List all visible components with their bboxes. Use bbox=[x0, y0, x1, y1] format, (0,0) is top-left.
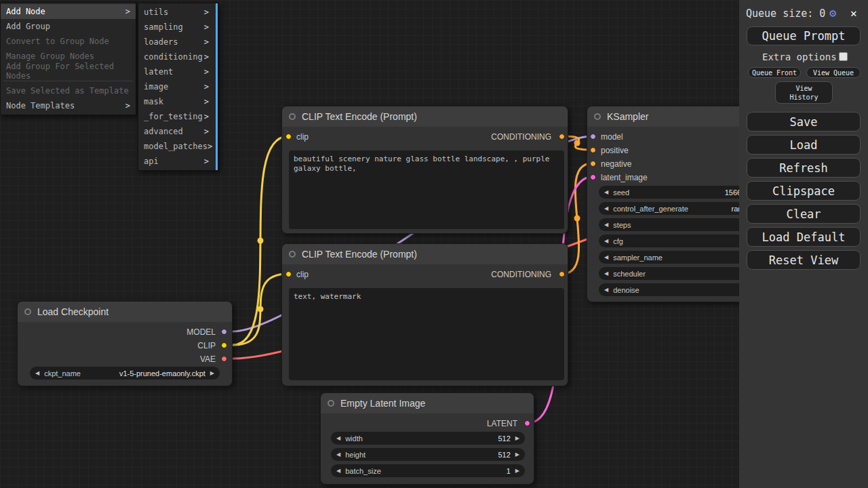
input-slot-negative[interactable] bbox=[590, 161, 596, 167]
output-slot-conditioning[interactable] bbox=[559, 134, 565, 140]
menu-item-add-group-for-selected-nodes[interactable]: Add Group For Selected Nodes bbox=[1, 64, 136, 79]
submenu-item-conditioning[interactable]: conditioning > bbox=[138, 49, 218, 64]
settings-gear-icon[interactable]: ⚙ bbox=[829, 6, 836, 20]
menu-item-label: Manage Group Nodes bbox=[6, 52, 94, 61]
decrement-icon[interactable]: ◀ bbox=[604, 287, 608, 293]
decrement-icon[interactable]: ◀ bbox=[336, 468, 340, 474]
menu-item-label: api bbox=[144, 157, 159, 166]
widget-label: cfg bbox=[613, 237, 623, 245]
output-slot-model[interactable] bbox=[221, 329, 227, 335]
menu-item-add-node[interactable]: Add Node > bbox=[1, 4, 136, 19]
increment-icon[interactable]: ▶ bbox=[210, 370, 214, 376]
output-slot-vae[interactable] bbox=[221, 356, 227, 362]
input-slot-clip[interactable] bbox=[285, 134, 292, 140]
decrement-icon[interactable]: ◀ bbox=[35, 370, 39, 376]
decrement-icon[interactable]: ◀ bbox=[336, 451, 340, 458]
submenu-arrow-icon: > bbox=[208, 142, 212, 151]
decrement-icon[interactable]: ◀ bbox=[604, 222, 608, 228]
submenu-arrow-icon: > bbox=[125, 7, 130, 16]
submenu-item-for-testing[interactable]: _for_testing > bbox=[138, 109, 218, 124]
increment-icon[interactable]: ▶ bbox=[515, 451, 519, 458]
view-queue-button[interactable]: View Queue bbox=[806, 67, 861, 78]
menu-item-label: Node Templates bbox=[6, 101, 75, 110]
submenu-item-advanced[interactable]: advanced > bbox=[138, 124, 218, 139]
node-title-bar[interactable]: CLIP Text Encode (Prompt) bbox=[282, 106, 568, 127]
submenu-scrollbar[interactable] bbox=[216, 3, 218, 170]
collapse-dot-icon[interactable] bbox=[328, 400, 334, 407]
submenu-arrow-icon: > bbox=[204, 52, 209, 62]
node-title-bar[interactable]: Empty Latent Image bbox=[321, 393, 534, 413]
submenu-item-loaders[interactable]: loaders > bbox=[138, 35, 218, 49]
submenu-item-mask[interactable]: mask > bbox=[138, 94, 218, 109]
view-history-button[interactable]: View History bbox=[775, 81, 833, 104]
close-icon[interactable]: ✕ bbox=[850, 7, 857, 20]
decrement-icon[interactable]: ◀ bbox=[604, 189, 608, 195]
submenu-item-api[interactable]: api > bbox=[138, 154, 218, 169]
widget-label: batch_size bbox=[345, 467, 381, 475]
widget-label: sampler_name bbox=[613, 253, 663, 262]
decrement-icon[interactable]: ◀ bbox=[604, 238, 608, 244]
input-label-latent-image: latent_image bbox=[601, 173, 648, 182]
node-clip-text-encode-positive[interactable]: CLIP Text Encode (Prompt) clip CONDITION… bbox=[281, 106, 568, 234]
menu-item-save-selected-as-template[interactable]: Save Selected as Template bbox=[1, 83, 136, 98]
increment-icon[interactable]: ▶ bbox=[515, 435, 519, 441]
clear-button[interactable]: Clear bbox=[747, 204, 861, 224]
submenu-item-model-patches[interactable]: model_patches > bbox=[138, 139, 218, 154]
menu-separator bbox=[3, 81, 133, 81]
widget-width[interactable]: ◀ width 512 ▶ bbox=[331, 432, 525, 445]
node-title-bar[interactable]: Load Checkpoint bbox=[18, 302, 232, 322]
decrement-icon[interactable]: ◀ bbox=[336, 435, 340, 441]
collapse-dot-icon[interactable] bbox=[289, 113, 296, 120]
decrement-icon[interactable]: ◀ bbox=[604, 254, 608, 260]
submenu-item-utils[interactable]: utils > bbox=[138, 5, 218, 20]
node-title-bar[interactable]: CLIP Text Encode (Prompt) bbox=[282, 244, 568, 264]
widget-batch-size[interactable]: ◀ batch_size 1 ▶ bbox=[331, 464, 525, 477]
collapse-dot-icon[interactable] bbox=[24, 308, 31, 315]
queue-front-button[interactable]: Queue Front bbox=[748, 67, 801, 78]
decrement-icon[interactable]: ◀ bbox=[604, 270, 608, 277]
output-slot-latent[interactable] bbox=[524, 420, 530, 426]
save-button[interactable]: Save bbox=[747, 112, 861, 131]
widget-ckpt-name[interactable]: ◀ ckpt_name v1-5-pruned-emaonly.ckpt ▶ bbox=[30, 367, 220, 380]
output-label-clip: CLIP bbox=[197, 341, 216, 350]
load-default-button[interactable]: Load Default bbox=[747, 227, 861, 247]
increment-icon[interactable]: ▶ bbox=[515, 468, 519, 474]
submenu-item-latent[interactable]: latent > bbox=[138, 64, 218, 79]
node-empty-latent-image[interactable]: Empty Latent Image LATENT ◀ width 512 ▶ … bbox=[320, 392, 534, 485]
submenu-item-image[interactable]: image > bbox=[138, 79, 218, 94]
submenu-arrow-icon: > bbox=[204, 127, 209, 136]
input-slot-model[interactable] bbox=[590, 134, 596, 140]
decrement-icon[interactable]: ◀ bbox=[604, 205, 608, 211]
reset-view-button[interactable]: Reset View bbox=[747, 250, 861, 270]
clipspace-button[interactable]: Clipspace bbox=[747, 181, 861, 201]
menu-item-label: Add Node bbox=[6, 7, 45, 16]
prompt-textarea[interactable]: beautiful scenery nature glass bottle la… bbox=[289, 150, 564, 229]
input-slot-positive[interactable] bbox=[590, 147, 596, 153]
submenu-arrow-icon: > bbox=[204, 82, 209, 92]
input-slot-clip[interactable] bbox=[285, 271, 292, 277]
node-load-checkpoint[interactable]: Load Checkpoint MODEL CLIP VAE ◀ ckpt_na… bbox=[17, 301, 233, 386]
widget-label: width bbox=[345, 434, 363, 443]
collapse-dot-icon[interactable] bbox=[289, 251, 296, 258]
submenu-item-sampling[interactable]: sampling > bbox=[138, 20, 218, 35]
load-button[interactable]: Load bbox=[747, 135, 861, 155]
output-slot-clip[interactable] bbox=[221, 342, 227, 348]
refresh-button[interactable]: Refresh bbox=[747, 158, 861, 178]
widget-value: 1 bbox=[381, 467, 511, 475]
queue-prompt-button[interactable]: Queue Prompt bbox=[747, 26, 861, 45]
node-title: Empty Latent Image bbox=[340, 398, 425, 409]
menu-item-add-group[interactable]: Add Group bbox=[1, 19, 136, 34]
menu-item-node-templates[interactable]: Node Templates > bbox=[1, 98, 136, 113]
prompt-textarea[interactable]: text, watermark bbox=[289, 288, 564, 380]
widget-height[interactable]: ◀ height 512 ▶ bbox=[331, 448, 525, 461]
collapse-dot-icon[interactable] bbox=[594, 113, 601, 120]
menu-item-label: image bbox=[144, 82, 168, 92]
extra-options-checkbox[interactable] bbox=[839, 52, 848, 61]
output-slot-conditioning[interactable] bbox=[559, 271, 565, 277]
input-slot-latent-image[interactable] bbox=[590, 174, 596, 180]
output-label-latent: LATENT bbox=[487, 419, 517, 428]
node-clip-text-encode-negative[interactable]: CLIP Text Encode (Prompt) clip CONDITION… bbox=[281, 243, 568, 386]
menu-item-convert-to-group-node[interactable]: Convert to Group Node bbox=[1, 34, 136, 49]
menu-item-label: loaders bbox=[144, 37, 178, 47]
submenu-arrow-icon: > bbox=[204, 22, 209, 32]
